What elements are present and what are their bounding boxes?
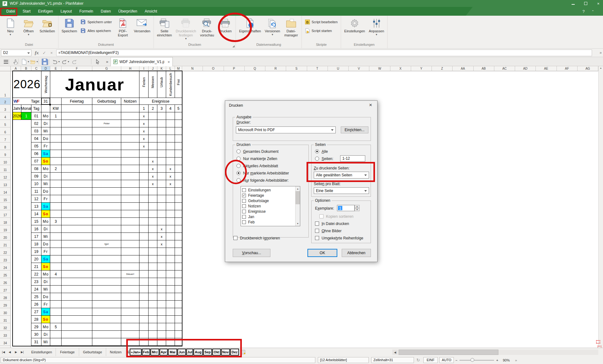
kw-cell[interactable]	[50, 331, 62, 338]
feiertag-cell[interactable]	[62, 142, 92, 150]
empty-margin-cell[interactable]	[21, 195, 31, 203]
kw-cell[interactable]	[50, 225, 62, 233]
event-mark-cell[interactable]	[139, 301, 149, 308]
day-number-cell[interactable]: 13	[31, 203, 41, 210]
weekday-cell[interactable]: So	[41, 158, 50, 165]
event-mark-cell[interactable]	[157, 301, 166, 308]
copies-input[interactable]: 1	[337, 205, 355, 211]
event-mark-cell[interactable]: x	[139, 120, 149, 127]
notizen-cell[interactable]	[121, 301, 139, 308]
event-mark-cell[interactable]	[157, 135, 166, 142]
geburtstag-cell[interactable]	[92, 270, 121, 278]
feiertag-cell[interactable]	[62, 338, 92, 346]
event-mark-cell[interactable]	[175, 150, 182, 158]
feiertag-cell[interactable]	[62, 278, 92, 286]
horizontal-scrollbar-thumb[interactable]	[399, 350, 498, 355]
event-mark-cell[interactable]	[139, 286, 149, 293]
event-mark-cell[interactable]	[157, 218, 166, 225]
jahr-label-cell[interactable]: Jahr	[13, 105, 21, 112]
event-mark-cell[interactable]	[139, 158, 149, 165]
notizen-cell[interactable]	[121, 112, 139, 120]
event-mark-cell[interactable]	[157, 263, 166, 270]
pages-per-sheet-select[interactable]: Eine Seite	[314, 187, 369, 194]
notizen-cell[interactable]	[121, 255, 139, 263]
empty-margin-cell[interactable]	[21, 127, 31, 135]
kw-cell[interactable]	[50, 286, 62, 293]
row-header-18[interactable]: 18	[0, 218, 11, 225]
geburtstag-cell[interactable]	[92, 218, 121, 225]
first-sheet-icon[interactable]: |◀	[1, 349, 6, 355]
event-mark-cell[interactable]: x	[139, 135, 149, 142]
event-mark-cell[interactable]	[149, 240, 157, 248]
day-number-cell[interactable]: 14	[31, 210, 41, 218]
row-header-29[interactable]: 29	[0, 301, 11, 308]
ribbon-button-anpassen[interactable]: Anpassen▼	[367, 17, 386, 41]
feiertag-cell[interactable]	[62, 112, 92, 120]
event-mark-cell[interactable]	[157, 112, 166, 120]
fill-handle[interactable]	[49, 104, 51, 105]
menu-item-daten[interactable]: Daten	[97, 8, 115, 15]
sheet-tab-apr[interactable]: Apr	[160, 349, 168, 356]
copies-decrement-icon[interactable]: ▼	[355, 208, 360, 211]
event-mark-cell[interactable]	[149, 286, 157, 293]
hscroll-left-icon[interactable]: ◀	[392, 350, 398, 355]
column-header-Y[interactable]: Y	[411, 66, 432, 71]
event-mark-cell[interactable]	[139, 210, 149, 218]
event-mark-cell[interactable]	[175, 338, 182, 346]
print-option-1[interactable]: Nur markierte Zellen	[236, 156, 307, 161]
event-mark-cell[interactable]	[175, 316, 182, 323]
sheet-list-item-ereignisse[interactable]: Ereignisse	[242, 209, 300, 214]
logo-and-tage-cell[interactable]: WFTage:	[13, 98, 41, 105]
print-option-radio[interactable]	[236, 178, 241, 182]
event-mark-cell[interactable]	[175, 158, 182, 165]
event-mark-cell[interactable]	[166, 286, 175, 293]
sheet-tab-notizen[interactable]: Notizen	[106, 348, 126, 356]
row-header-4[interactable]: 4	[0, 112, 11, 120]
quickbar-pointer-icon[interactable]	[94, 58, 101, 65]
kw-cell[interactable]	[50, 278, 62, 286]
day-number-cell[interactable]: 22	[31, 270, 41, 278]
feiertag-cell[interactable]	[62, 308, 92, 316]
day-number-cell[interactable]: 05	[31, 142, 41, 150]
print-option-4[interactable]: Nur folgende Arbeitsblätter:	[236, 178, 307, 183]
event-mark-cell[interactable]	[157, 278, 166, 286]
geburtstag-cell[interactable]	[92, 308, 121, 316]
weekday-cell[interactable]: So	[41, 210, 50, 218]
weekday-cell[interactable]: Di	[41, 331, 50, 338]
empty-margin-cell[interactable]	[21, 263, 31, 270]
day-number-cell[interactable]: 08	[31, 165, 41, 173]
event-mark-cell[interactable]	[149, 203, 157, 210]
event-mark-cell[interactable]	[139, 263, 149, 270]
weekday-cell[interactable]: Mo	[41, 270, 50, 278]
column-header-X[interactable]: X	[390, 66, 411, 71]
ribbon-button-öffnen[interactable]: Öffnen▼	[19, 17, 38, 41]
geburtstag-cell[interactable]	[92, 127, 121, 135]
auto-mode-indicator[interactable]: AUTO	[439, 357, 454, 363]
kw-cell[interactable]	[50, 180, 62, 188]
row-header-33[interactable]: 33	[0, 331, 11, 338]
row-header-5[interactable]: 5	[0, 120, 11, 127]
row-header-31[interactable]: 31	[0, 316, 11, 323]
event-mark-cell[interactable]	[157, 293, 166, 301]
event-column-number[interactable]: 4	[166, 105, 175, 112]
kw-cell[interactable]	[50, 301, 62, 308]
event-mark-cell[interactable]	[149, 248, 157, 255]
feiertag-cell[interactable]	[62, 316, 92, 323]
notizen-cell[interactable]: Steuer!	[121, 270, 139, 278]
event-mark-cell[interactable]	[175, 278, 182, 286]
column-header-W[interactable]: W	[369, 66, 390, 71]
event-mark-cell[interactable]	[166, 233, 175, 240]
zoom-slider[interactable]	[459, 360, 494, 361]
event-mark-cell[interactable]	[139, 173, 149, 180]
sheet-checkbox-list[interactable]: Einstellungen✓FeiertageGeburtstageNotize…	[241, 186, 300, 226]
next-sheet-icon[interactable]: ▶	[13, 349, 19, 355]
column-header-V[interactable]: V	[349, 66, 369, 71]
cancel-button[interactable]: Abbrechen	[342, 249, 371, 257]
event-mark-cell[interactable]	[149, 331, 157, 338]
list-scrollbar-thumb[interactable]	[296, 191, 300, 204]
event-mark-cell[interactable]	[175, 225, 182, 233]
ribbon-button-script-starten[interactable]: Script starten	[303, 28, 340, 34]
feiertag-cell[interactable]	[62, 293, 92, 301]
event-mark-cell[interactable]	[149, 225, 157, 233]
sheet-tab-feb[interactable]: Feb	[142, 349, 150, 356]
